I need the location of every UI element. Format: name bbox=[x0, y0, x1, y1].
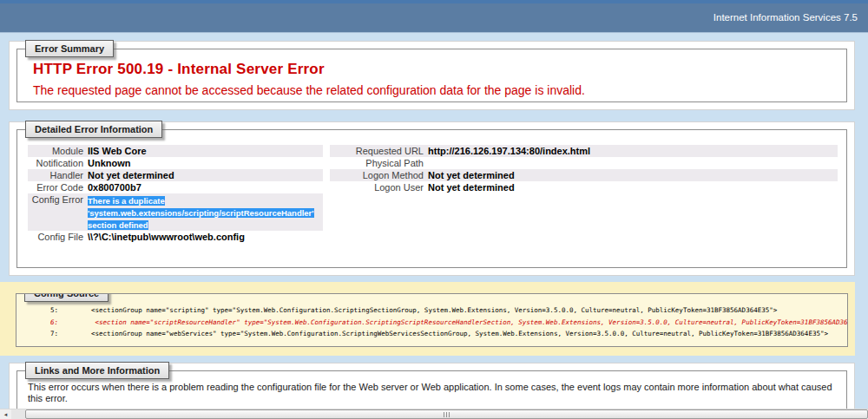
scrollbar-grip bbox=[449, 412, 450, 417]
error-title: HTTP Error 500.19 - Internal Server Erro… bbox=[33, 61, 836, 78]
row-value: http://216.126.197.134:80/index.html bbox=[424, 145, 838, 157]
scroll-left-arrow-icon[interactable]: ◂ bbox=[0, 409, 11, 419]
row-value: \\?\C:\inetpub\wwwroot\web.config bbox=[83, 231, 323, 243]
table-row: HandlerNot yet determined bbox=[28, 169, 323, 181]
row-label: Physical Path bbox=[330, 157, 424, 169]
table-row: Logon MethodNot yet determined bbox=[330, 169, 838, 181]
links-info-legend: Links and More Information bbox=[25, 362, 169, 379]
row-label: Error Code bbox=[28, 181, 83, 193]
row-label: Config File bbox=[28, 231, 83, 243]
config-source-legend: Config Source bbox=[24, 293, 108, 302]
table-row: Requested URLhttp://216.126.197.134:80/i… bbox=[330, 145, 838, 157]
selected-text: There is a duplicate 'system.web.extensi… bbox=[88, 196, 314, 230]
scrollbar-thumb[interactable] bbox=[25, 409, 868, 419]
horizontal-scrollbar[interactable]: ◂ bbox=[0, 409, 868, 419]
detailed-error-fieldset: Detailed Error Information ModuleIIS Web… bbox=[16, 129, 847, 268]
row-label: Logon User bbox=[330, 181, 424, 193]
row-value: Not yet determined bbox=[424, 169, 838, 181]
detailed-error-tables: ModuleIIS Web CoreNotificationUnknownHan… bbox=[28, 145, 838, 243]
table-row: Physical Path bbox=[330, 157, 838, 169]
links-info-text: This error occurs when there is a proble… bbox=[28, 382, 838, 404]
row-label: Config Error bbox=[28, 193, 83, 206]
config-source-line: 7: <sectionGroup name="webServices" type… bbox=[16, 328, 847, 340]
table-row: Config File\\?\C:\inetpub\wwwroot\web.co… bbox=[28, 231, 323, 243]
config-source-section: Config Source 5: <sectionGroup name="scr… bbox=[0, 282, 855, 356]
row-value: Not yet determined bbox=[424, 181, 838, 193]
detailed-error-section: Detailed Error Information ModuleIIS Web… bbox=[9, 121, 855, 276]
line-number: 6: bbox=[16, 317, 58, 329]
error-summary-fieldset: Error Summary HTTP Error 500.19 - Intern… bbox=[16, 49, 847, 102]
row-label: Notification bbox=[28, 157, 83, 169]
detail-table-right: Requested URLhttp://216.126.197.134:80/i… bbox=[330, 145, 838, 193]
scrollbar-grip bbox=[446, 412, 447, 417]
line-code: <sectionGroup name="scripting" type="Sys… bbox=[58, 304, 777, 317]
table-row: Logon UserNot yet determined bbox=[330, 181, 838, 193]
iis-banner: Internet Information Services 7.5 bbox=[0, 3, 868, 33]
error-summary-section: Error Summary HTTP Error 500.19 - Intern… bbox=[9, 41, 855, 110]
detail-table-left: ModuleIIS Web CoreNotificationUnknownHan… bbox=[28, 145, 323, 243]
line-number: 5: bbox=[16, 304, 58, 317]
row-value: Unknown bbox=[83, 157, 323, 169]
row-label: Logon Method bbox=[330, 169, 424, 181]
table-row: Error Code0x800700b7 bbox=[28, 181, 323, 193]
table-row: Config ErrorThere is a duplicate 'system… bbox=[28, 193, 323, 231]
row-value: There is a duplicate 'system.web.extensi… bbox=[83, 193, 323, 231]
row-label: Module bbox=[28, 145, 83, 157]
config-source-line: 5: <sectionGroup name="scripting" type="… bbox=[16, 304, 847, 317]
iis-error-page: Internet Information Services 7.5 Error … bbox=[0, 0, 868, 419]
scrollbar-track[interactable] bbox=[11, 409, 25, 419]
row-label: Requested URL bbox=[330, 145, 424, 157]
table-row: NotificationUnknown bbox=[28, 157, 323, 169]
line-code: <section name="scriptResourceHandler" ty… bbox=[58, 317, 848, 329]
error-subtitle: The requested page cannot be accessed be… bbox=[33, 83, 836, 97]
line-number: 7: bbox=[16, 328, 58, 340]
config-source-fieldset: Config Source 5: <sectionGroup name="scr… bbox=[16, 293, 848, 347]
row-label: Handler bbox=[28, 169, 83, 181]
line-code: <sectionGroup name="webServices" type="S… bbox=[58, 328, 828, 340]
row-value: Not yet determined bbox=[83, 169, 323, 181]
scrollbar-grip bbox=[444, 412, 444, 417]
table-row: ModuleIIS Web Core bbox=[28, 145, 323, 157]
error-summary-legend: Error Summary bbox=[25, 40, 114, 57]
row-value: 0x800700b7 bbox=[83, 181, 323, 193]
detailed-error-legend: Detailed Error Information bbox=[25, 121, 162, 138]
product-title: Internet Information Services 7.5 bbox=[713, 12, 858, 23]
row-value: IIS Web Core bbox=[83, 145, 323, 157]
config-source-code: 5: <sectionGroup name="scripting" type="… bbox=[16, 304, 847, 340]
config-source-line: 6: <section name="scriptResourceHandler"… bbox=[16, 317, 847, 329]
